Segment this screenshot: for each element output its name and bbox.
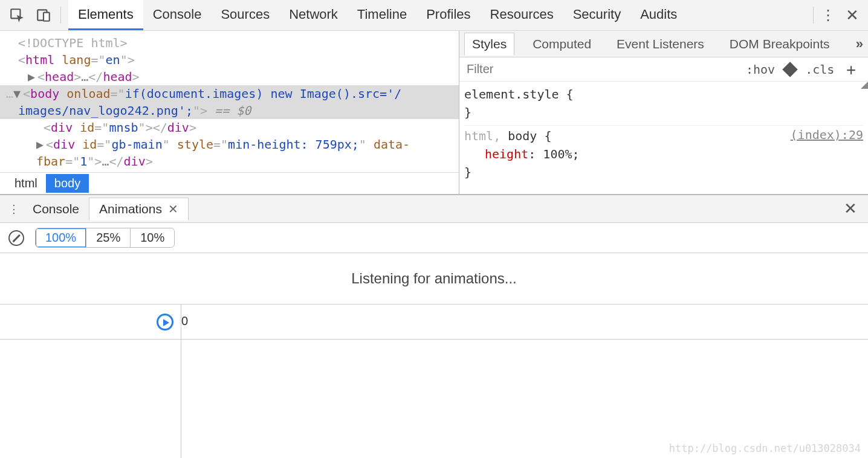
- speed-10[interactable]: 10%: [131, 228, 174, 247]
- new-rule-button[interactable]: +: [840, 60, 862, 79]
- tab-audits[interactable]: Audits: [630, 0, 687, 30]
- timeline-body-tracks[interactable]: [181, 340, 868, 458]
- speed-100[interactable]: 100%: [36, 228, 86, 247]
- dom-node-head[interactable]: ▶<head>…</head>: [0, 68, 459, 85]
- breadcrumb-body[interactable]: body: [46, 174, 89, 193]
- elements-panel: <!DOCTYPE html> <html lang="en"> ▶<head>…: [0, 31, 868, 195]
- drawer: ⋮ Console Animations ✕ ✕ 100% 25% 10% Li…: [0, 195, 868, 458]
- subtab-computed[interactable]: Computed: [525, 33, 598, 55]
- resize-notch-icon: [861, 82, 868, 89]
- dom-node-html[interactable]: <html lang="en">: [0, 51, 459, 68]
- rule-source-link[interactable]: (index):29: [791, 126, 863, 144]
- dom-node-body-selected[interactable]: …▼<body onload="if(document.images) new …: [0, 85, 459, 102]
- styles-filter-input[interactable]: [465, 62, 520, 77]
- dom-node-div-gbmain-line2[interactable]: fbar="1">…</div>: [0, 153, 459, 170]
- separator: [60, 7, 61, 24]
- drawer-tab-animations[interactable]: Animations ✕: [89, 198, 189, 221]
- clear-animations-icon[interactable]: [8, 230, 24, 246]
- main-tabs: Elements Console Sources Network Timelin…: [68, 0, 687, 30]
- tab-resources[interactable]: Resources: [481, 0, 563, 30]
- drawer-kebab-icon[interactable]: ⋮: [5, 202, 23, 216]
- tab-security[interactable]: Security: [563, 0, 630, 30]
- close-devtools-icon[interactable]: ✕: [840, 3, 864, 27]
- subtab-styles[interactable]: Styles: [464, 33, 514, 56]
- tab-elements[interactable]: Elements: [68, 0, 143, 30]
- rule-line: element.style {: [464, 85, 863, 103]
- rule-html-body[interactable]: (index):29 html, body { height: 100%; }: [464, 126, 863, 185]
- hov-toggle[interactable]: :hov: [740, 62, 781, 77]
- animations-toolbar: 100% 25% 10%: [0, 223, 868, 253]
- playback-speed-group: 100% 25% 10%: [35, 228, 175, 248]
- animations-timeline-header: 0: [0, 305, 868, 340]
- doctype-text: <!DOCTYPE html>: [18, 36, 128, 50]
- timeline-body-gutter: [0, 340, 181, 458]
- rule-line: }: [464, 103, 863, 121]
- main-tab-bar: Elements Console Sources Network Timelin…: [0, 0, 868, 31]
- dom-node-body-selected-line2[interactable]: images/nav_logo242.png';"> == $0: [0, 102, 459, 119]
- styles-pane: Styles Computed Event Listeners DOM Brea…: [459, 31, 868, 194]
- dom-tree-pane: <!DOCTYPE html> <html lang="en"> ▶<head>…: [0, 31, 459, 194]
- diamond-icon[interactable]: [782, 62, 797, 77]
- breadcrumb-html[interactable]: html: [6, 174, 46, 193]
- breadcrumb-bar: html body: [0, 172, 459, 194]
- top-right-controls: ⋮ ✕: [811, 0, 868, 30]
- speed-25[interactable]: 25%: [86, 228, 131, 247]
- tab-timeline[interactable]: Timeline: [348, 0, 416, 30]
- more-tabs-icon[interactable]: »: [856, 36, 863, 52]
- device-toggle-icon[interactable]: [31, 3, 56, 27]
- close-tab-icon[interactable]: ✕: [168, 202, 178, 216]
- styles-subtabs: Styles Computed Event Listeners DOM Brea…: [459, 31, 868, 57]
- dom-tree[interactable]: <!DOCTYPE html> <html lang="en"> ▶<head>…: [0, 31, 459, 172]
- tab-console[interactable]: Console: [143, 0, 212, 30]
- drawer-tab-console[interactable]: Console: [23, 198, 89, 220]
- animations-listening-message: Listening for animations...: [0, 253, 868, 305]
- tab-profiles[interactable]: Profiles: [416, 0, 480, 30]
- overflow-dots: …: [6, 86, 12, 101]
- cls-toggle[interactable]: .cls: [799, 62, 840, 77]
- timeline-zero-label: 0: [181, 314, 188, 328]
- top-left-icons: [0, 0, 68, 30]
- inspect-icon[interactable]: [5, 3, 29, 27]
- drawer-tab-animations-label: Animations: [99, 202, 162, 216]
- replay-icon[interactable]: [157, 314, 173, 331]
- subtab-event-listeners[interactable]: Event Listeners: [609, 33, 711, 55]
- dom-node-div-mnsb[interactable]: <div id="mnsb"></div>: [0, 119, 459, 136]
- kebab-menu-icon[interactable]: ⋮: [816, 3, 840, 27]
- expand-icon[interactable]: ▶: [28, 68, 36, 85]
- rule-prop-line[interactable]: height: 100%;: [464, 145, 863, 163]
- expand-icon[interactable]: ▶: [36, 136, 45, 153]
- dom-node-div-gbmain[interactable]: ▶<div id="gb-main" style="min-height: 75…: [0, 136, 459, 153]
- tab-network[interactable]: Network: [279, 0, 348, 30]
- style-rules: element.style { } (index):29 html, body …: [459, 82, 868, 190]
- svg-rect-2: [44, 13, 50, 21]
- rule-close-line: }: [464, 163, 863, 181]
- animations-timeline-body: [0, 340, 868, 458]
- separator: [813, 7, 814, 24]
- timeline-left-gutter: [0, 305, 181, 339]
- styles-toolbar: :hov .cls +: [459, 57, 868, 82]
- tab-sources[interactable]: Sources: [211, 0, 279, 30]
- rule-element-style[interactable]: element.style { }: [464, 84, 863, 126]
- collapse-icon[interactable]: ▼: [13, 85, 22, 102]
- subtab-dom-breakpoints[interactable]: DOM Breakpoints: [722, 33, 837, 55]
- drawer-tab-bar: ⋮ Console Animations ✕ ✕: [0, 195, 868, 223]
- dom-node-doctype[interactable]: <!DOCTYPE html>: [0, 34, 459, 51]
- drawer-close-icon[interactable]: ✕: [838, 199, 863, 218]
